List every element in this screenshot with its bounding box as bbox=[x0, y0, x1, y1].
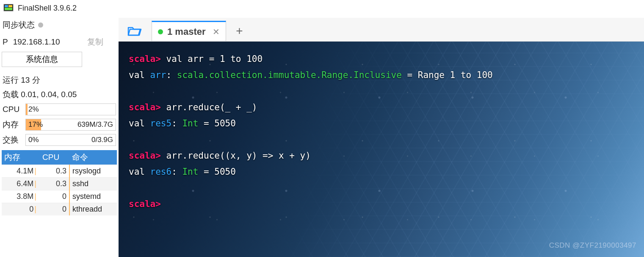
mem-percent: 17% bbox=[28, 120, 43, 129]
terminal[interactable]: scala> val arr = 1 to 100val arr: scala.… bbox=[119, 42, 644, 257]
terminal-line: scala> arr.reduce(_ + _) bbox=[129, 99, 634, 115]
cpu-meter: 2% bbox=[25, 103, 116, 115]
load-value: 0.01, 0.04, 0.05 bbox=[21, 90, 77, 99]
mem-label: 内存 bbox=[3, 119, 23, 130]
tab-label: 1 master bbox=[167, 26, 206, 37]
cpu-percent: 2% bbox=[28, 105, 39, 114]
sidebar: 同步状态 P 192.168.1.10 复制 系统信息 运行 13 分 负载 0… bbox=[0, 18, 119, 257]
watermark: CSDN @ZYF2190003497 bbox=[549, 237, 636, 254]
load-label: 负载 bbox=[3, 90, 19, 99]
mem-meter: 17%639M/3.7G bbox=[25, 119, 116, 131]
close-tab-icon[interactable]: ✕ bbox=[210, 27, 220, 37]
proc-mem: 3.8M| bbox=[2, 190, 40, 203]
swap-percent: 0% bbox=[28, 136, 39, 144]
app-title: FinalShell 3.9.6.2 bbox=[18, 4, 77, 13]
table-row[interactable]: 0|0kthreadd bbox=[2, 203, 117, 216]
svg-rect-2 bbox=[8, 5, 12, 7]
mem-extra: 639M/3.7G bbox=[77, 120, 113, 129]
terminal-line: val res5: Int = 5050 bbox=[129, 115, 634, 131]
proc-mem: 6.4M| bbox=[2, 178, 40, 190]
swap-label: 交换 bbox=[3, 134, 23, 145]
uptime-label: 运行 bbox=[3, 75, 19, 84]
proc-mem: 4.1M| bbox=[2, 165, 40, 178]
terminal-line: val res6: Int = 5050 bbox=[129, 164, 634, 180]
proc-cpu: 0 bbox=[40, 190, 69, 203]
proc-header-mem[interactable]: 内存 bbox=[2, 150, 40, 165]
terminal-line: scala> arr.reduce((x, y) => x + y) bbox=[129, 148, 634, 164]
tab-bar: 1 master ✕ + bbox=[119, 18, 644, 42]
svg-rect-1 bbox=[5, 5, 8, 7]
swap-meter: 0%0/3.9G bbox=[25, 134, 116, 146]
process-table: 内存 CPU 命令 4.1M|0.3rsyslogd6.4M|0.3sshd3.… bbox=[2, 150, 117, 215]
add-tab-button[interactable]: + bbox=[231, 21, 248, 41]
proc-header-cpu[interactable]: CPU bbox=[40, 150, 69, 165]
proc-cpu: 0.3 bbox=[40, 165, 69, 178]
system-info-button[interactable]: 系统信息 bbox=[2, 52, 82, 67]
proc-cmd: rsyslogd bbox=[69, 165, 117, 178]
cpu-label: CPU bbox=[3, 105, 23, 114]
proc-cpu: 0.3 bbox=[40, 178, 69, 190]
copy-button[interactable]: 复制 bbox=[87, 36, 116, 47]
svg-rect-3 bbox=[5, 8, 12, 10]
proc-cpu: 0 bbox=[40, 203, 69, 216]
open-folder-button[interactable] bbox=[123, 21, 146, 41]
ip-address: 192.168.1.10 bbox=[13, 37, 60, 47]
proc-cmd: sshd bbox=[69, 178, 117, 190]
terminal-line: scala> val arr = 1 to 100 bbox=[129, 51, 634, 67]
proc-mem: 0| bbox=[2, 203, 40, 216]
proc-cmd: systemd bbox=[69, 190, 117, 203]
table-row[interactable]: 4.1M|0.3rsyslogd bbox=[2, 165, 117, 178]
sync-status-dot-icon bbox=[38, 22, 43, 28]
sync-status-label: 同步状态 bbox=[3, 20, 35, 31]
table-row[interactable]: 3.8M|0systemd bbox=[2, 190, 117, 203]
ip-prefix-label: P bbox=[3, 37, 8, 47]
app-icon bbox=[3, 3, 14, 13]
table-row[interactable]: 6.4M|0.3sshd bbox=[2, 178, 117, 190]
connection-status-dot-icon bbox=[158, 29, 163, 34]
proc-cmd: kthreadd bbox=[69, 203, 117, 216]
tab-master[interactable]: 1 master ✕ bbox=[152, 21, 226, 41]
proc-header-cmd[interactable]: 命令 bbox=[69, 150, 117, 165]
swap-extra: 0/3.9G bbox=[91, 136, 113, 144]
uptime-value: 13 分 bbox=[21, 75, 40, 84]
terminal-line: scala> bbox=[129, 196, 634, 212]
terminal-line: val arr: scala.collection.immutable.Rang… bbox=[129, 67, 634, 83]
